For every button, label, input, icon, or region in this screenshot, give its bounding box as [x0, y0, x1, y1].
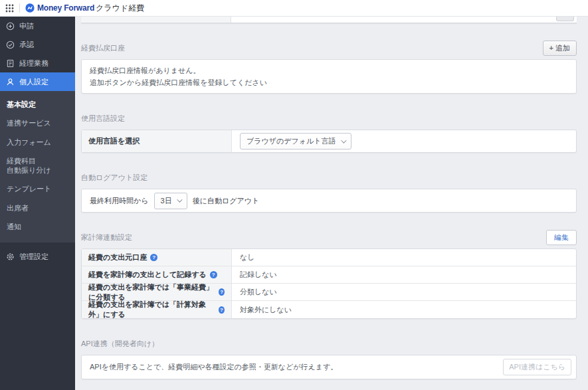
sidebar-item-notifications[interactable]: 通知 [0, 217, 75, 236]
help-icon[interactable]: ? [219, 288, 225, 296]
personal-settings-submenu: 基本設定 連携サービス 入力フォーム 経費科目 自動振り分け テンプレート 出席… [0, 91, 75, 243]
sidebar-item-accounting[interactable]: 経理業務 [0, 54, 75, 72]
kakeibo-row-label: 経費の支出元口座 [88, 252, 147, 262]
kakeibo-edit-button[interactable]: 編集 [546, 230, 577, 245]
help-icon[interactable]: ? [219, 306, 225, 314]
sidebar-item-personal-settings[interactable]: 個人設定 [0, 72, 75, 91]
language-row-label: 使用言語を選択 [82, 130, 232, 152]
gear-icon [6, 252, 15, 261]
help-icon[interactable]: ? [150, 254, 157, 261]
header-divider [19, 3, 20, 13]
chevron-down-icon [341, 138, 346, 143]
remnant-button[interactable] [556, 17, 574, 21]
sidebar-item-admin-settings[interactable]: 管理設定 [0, 246, 75, 266]
auto-logout-suffix: 後に自動ログアウト [193, 196, 260, 206]
section-title-refund-account: 経費払戻口座 [81, 43, 125, 53]
sidebar-item-label: 管理設定 [19, 252, 49, 262]
sidebar: 申請 承認 経理業務 個人設定 基本設定 連携サービス 入力フォーム 経費科目 … [0, 17, 75, 390]
person-icon [6, 78, 15, 86]
kakeibo-row-value: 記録しない [232, 266, 576, 283]
add-refund-account-button[interactable]: +追加 [543, 41, 577, 56]
section-title-auto-logout: 自動ログアウト設定 [81, 173, 147, 183]
table-row: 使用言語を選択 ブラウザのデフォルト言語 [82, 130, 576, 152]
money-forward-logo-icon [25, 3, 35, 13]
document-icon [6, 59, 15, 68]
language-table: 使用言語を選択 ブラウザのデフォルト言語 [81, 130, 577, 153]
circle-check-icon [6, 41, 15, 49]
table-row: 経費を家計簿の支出として記録する? 記録しない [82, 266, 576, 284]
section-title-language: 使用言語設定 [81, 114, 125, 124]
section-title-api: API連携（開発者向け） [81, 339, 159, 349]
sidebar-item-linked-services[interactable]: 連携サービス [0, 114, 75, 132]
help-icon[interactable]: ? [210, 271, 217, 278]
sidebar-item-basic-settings[interactable]: 基本設定 [0, 95, 75, 114]
auto-logout-prefix: 最終利用時間から [90, 196, 149, 206]
kakeibo-row-label: 経費の支出を家計簿では「事業経費」に分類する [88, 282, 215, 302]
api-link-button[interactable]: API連携はこちら [503, 359, 571, 375]
refund-account-empty-card: 経費払戻口座情報がありません。 追加ボタンから経費払戻口座情報を登録してください [81, 59, 577, 94]
kakeibo-row-value: 分類しない [232, 284, 576, 300]
table-row: 経費の支出元口座? なし [82, 249, 576, 266]
sidebar-item-label: 経理業務 [19, 58, 49, 68]
circle-plus-icon [6, 22, 15, 31]
language-select[interactable]: ブラウザのデフォルト言語 [240, 133, 351, 149]
auto-logout-card: 最終利用時間から 3日 後に自動ログアウト [81, 189, 577, 213]
app-header: Money Forward クラウド経費 [0, 0, 588, 17]
scrolled-row-remnant [81, 17, 577, 23]
chevron-down-icon [177, 197, 182, 203]
sidebar-item-expense-category-auto-assign[interactable]: 経費科目 自動振り分け [0, 151, 75, 180]
product-name: Money Forward [37, 3, 94, 13]
kakeibo-row-label: 経費を家計簿の支出として記録する [88, 270, 207, 280]
app-grid-icon[interactable] [5, 4, 14, 13]
sidebar-item-template[interactable]: テンプレート [0, 179, 75, 198]
main-content: 経費払戻口座 +追加 経費払戻口座情報がありません。 追加ボタンから経費払戻口座… [75, 17, 588, 390]
remnant-label-cell [81, 17, 231, 23]
api-card: APIを使用することで、経費明細や各種設定の参照・更新などが行えます。 API連… [81, 355, 577, 379]
sidebar-item-apply[interactable]: 申請 [0, 17, 75, 35]
kakeibo-row-value: 対象外にしない [232, 301, 576, 318]
table-row: 経費の支出を家計簿では「事業経費」に分類する? 分類しない [82, 284, 576, 301]
sidebar-item-approve[interactable]: 承認 [0, 35, 75, 54]
sidebar-item-label: 申請 [19, 21, 34, 31]
table-row: 経費の支出を家計簿では「計算対象外」にする? 対象外にしない [82, 301, 576, 318]
kakeibo-table: 経費の支出元口座? なし 経費を家計簿の支出として記録する? 記録しない 経費の… [81, 248, 577, 319]
auto-logout-duration-select[interactable]: 3日 [154, 193, 187, 209]
money-forward-logo[interactable]: Money Forward [25, 3, 94, 13]
sidebar-item-input-form[interactable]: 入力フォーム [0, 133, 75, 151]
refund-account-empty-line1: 経費払戻口座情報がありません。 [90, 64, 568, 76]
sidebar-item-label: 個人設定 [19, 77, 49, 87]
sidebar-item-attendees[interactable]: 出席者 [0, 199, 75, 217]
sidebar-item-label: 承認 [19, 40, 34, 50]
kakeibo-row-value: なし [232, 249, 576, 266]
kakeibo-row-label: 経費の支出を家計簿では「計算対象外」にする [88, 300, 215, 320]
app-name: クラウド経費 [96, 3, 144, 14]
refund-account-empty-line2: 追加ボタンから経費払戻口座情報を登録してください [90, 76, 568, 88]
section-title-kakeibo: 家計簿連動設定 [81, 233, 132, 243]
api-description: APIを使用することで、経費明細や各種設定の参照・更新などが行えます。 [90, 362, 338, 372]
plus-icon: + [549, 44, 553, 52]
